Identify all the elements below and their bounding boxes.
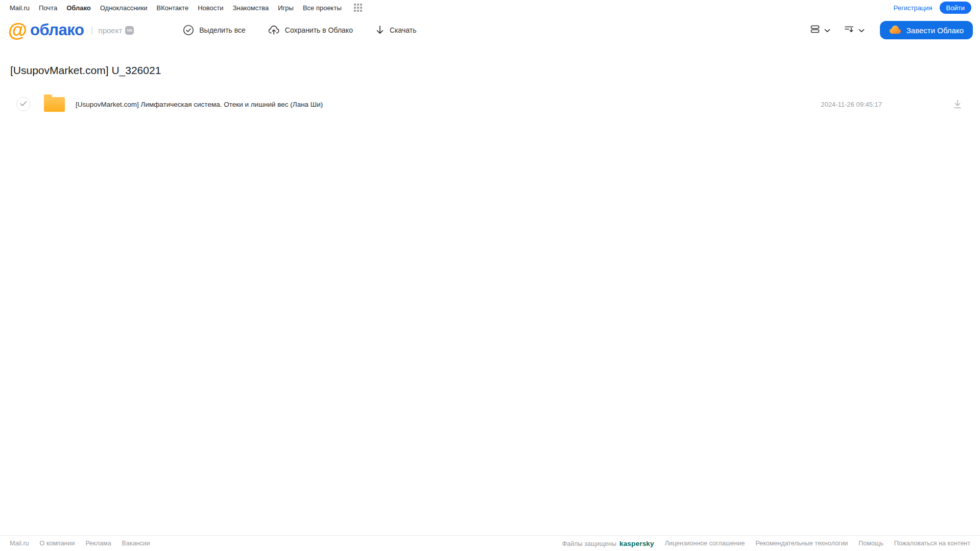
- sort-dropdown[interactable]: [844, 24, 865, 36]
- nav-vkontakte[interactable]: ВКонтакте: [157, 4, 189, 12]
- footer-right-links: Файлы защищены kaspersky Лицензионное со…: [562, 540, 970, 547]
- login-button[interactable]: Войти: [940, 2, 971, 14]
- footer-report-link[interactable]: Пожаловаться на контент: [894, 540, 970, 547]
- logo-text: облако: [30, 21, 84, 39]
- footer: Mail.ru О компании Реклама Вакансии Файл…: [0, 535, 980, 551]
- protected-label: Файлы защищены: [562, 540, 616, 547]
- nav-novosti[interactable]: Новости: [198, 4, 223, 12]
- vk-logo-icon: VK: [125, 26, 134, 35]
- kaspersky-logo: kaspersky: [619, 540, 654, 547]
- sort-icon: [844, 24, 854, 36]
- file-row[interactable]: [UsupovMarket.com] Лимфатическая система…: [0, 93, 980, 115]
- select-all-icon: [183, 25, 194, 36]
- footer-mailru-link[interactable]: Mail.ru: [10, 540, 29, 547]
- save-to-cloud-button[interactable]: Сохранить в Облако: [268, 25, 353, 36]
- mailru-at-icon: @: [8, 20, 27, 40]
- footer-license-link[interactable]: Лицензионное соглашение: [665, 540, 745, 547]
- nav-mailru[interactable]: Mail.ru: [10, 4, 30, 12]
- cloud-icon: [889, 25, 901, 36]
- download-button[interactable]: Скачать: [375, 25, 417, 35]
- get-cloud-label: Завести Облако: [906, 26, 964, 35]
- row-download-icon[interactable]: [953, 100, 962, 109]
- file-name-link[interactable]: [UsupovMarket.com] Лимфатическая система…: [76, 101, 323, 108]
- nav-odnoklassniki[interactable]: Одноклассники: [100, 4, 148, 12]
- footer-ads-link[interactable]: Реклама: [85, 540, 111, 547]
- folder-icon: [44, 97, 65, 112]
- main-content: [UsupovMarket.com] U_326021 [UsupovMarke…: [0, 64, 980, 115]
- kaspersky-protection: Файлы защищены kaspersky: [562, 540, 654, 547]
- save-to-cloud-label: Сохранить в Облако: [285, 26, 353, 34]
- apps-grid-icon[interactable]: [354, 4, 362, 12]
- footer-jobs-link[interactable]: Вакансии: [122, 540, 150, 547]
- portal-nav: Mail.ru Почта Облако Одноклассники ВКонт…: [10, 4, 362, 12]
- view-mode-icon: [810, 24, 820, 36]
- chevron-down-icon: [858, 26, 865, 35]
- save-to-cloud-icon: [268, 25, 280, 36]
- nav-vse-proekty[interactable]: Все проекты: [303, 4, 342, 12]
- download-label: Скачать: [390, 26, 417, 34]
- nav-oblako[interactable]: Облако: [66, 4, 91, 12]
- header-right-controls: Завести Облако: [810, 21, 973, 39]
- nav-znakomstva[interactable]: Знакомства: [232, 4, 269, 12]
- project-label: проект: [99, 26, 123, 35]
- portal-topbar: Mail.ru Почта Облако Одноклассники ВКонт…: [0, 0, 980, 15]
- download-icon: [375, 25, 385, 35]
- footer-help-link[interactable]: Помощь: [858, 540, 883, 547]
- header: @ облако | проект VK Выделить все Сохран…: [0, 15, 980, 45]
- view-mode-dropdown[interactable]: [810, 24, 830, 36]
- cloud-public-page: Mail.ru Почта Облако Одноклассники ВКонт…: [0, 0, 980, 551]
- chevron-down-icon: [824, 26, 830, 35]
- nav-igry[interactable]: Игры: [278, 4, 294, 12]
- footer-left-links: Mail.ru О компании Реклама Вакансии: [10, 540, 150, 547]
- footer-about-link[interactable]: О компании: [40, 540, 75, 547]
- action-toolbar: Выделить все Сохранить в Облако Скачать: [183, 25, 416, 36]
- row-checkbox[interactable]: [16, 97, 31, 111]
- check-icon: [20, 100, 27, 109]
- auth-area: Регистрация Войти: [894, 2, 971, 14]
- footer-recommendation-link[interactable]: Рекомендательные технологии: [755, 540, 848, 547]
- get-cloud-button[interactable]: Завести Облако: [880, 21, 973, 39]
- select-all-button[interactable]: Выделить все: [183, 25, 246, 36]
- registration-link[interactable]: Регистрация: [894, 4, 933, 12]
- cloud-logo[interactable]: @ облако | проект VK: [8, 20, 134, 40]
- page-title: [UsupovMarket.com] U_326021: [10, 64, 980, 77]
- file-date: 2024-11-26 09:45:17: [821, 101, 882, 108]
- select-all-label: Выделить все: [199, 26, 246, 34]
- nav-pochta[interactable]: Почта: [39, 4, 57, 12]
- logo-separator: |: [91, 26, 93, 35]
